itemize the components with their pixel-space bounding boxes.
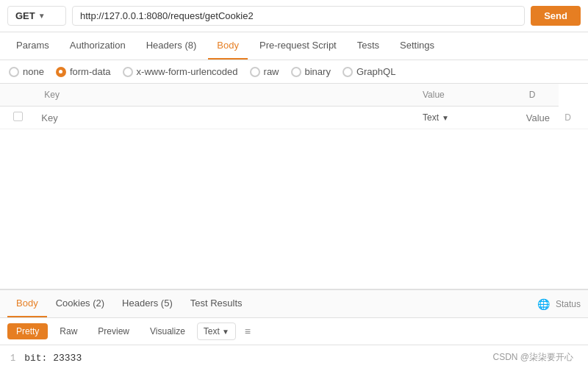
text-format-label: Text	[204, 326, 220, 336]
value-cell	[520, 107, 559, 129]
col-value-header: Value	[414, 84, 520, 107]
radio-binary[interactable]: binary	[291, 66, 331, 77]
radio-dot-form-data	[56, 67, 66, 77]
format-pretty-button[interactable]: Pretty	[7, 323, 48, 339]
type-label: Text	[423, 112, 439, 123]
format-visualize-button[interactable]: Visualize	[141, 323, 194, 339]
form-data-area: Key Value D Text ▼	[0, 84, 588, 289]
url-input[interactable]	[72, 6, 525, 26]
radio-urlencoded[interactable]: x-www-form-urlencoded	[123, 66, 238, 77]
radio-dot-graphql	[343, 67, 353, 77]
tab-settings[interactable]: Settings	[391, 32, 443, 60]
key-cell	[35, 107, 414, 129]
radio-label-form-data: form-data	[70, 66, 111, 77]
tab-authorization[interactable]: Authorization	[61, 32, 135, 60]
radio-dot-none	[9, 67, 19, 77]
type-chevron-icon: ▼	[442, 114, 449, 122]
rtab-test-results[interactable]: Test Results	[182, 290, 251, 317]
line-number: 1	[10, 353, 15, 364]
radio-dot-urlencoded	[123, 67, 133, 77]
watermark: CSDN @柒柒要开心	[492, 351, 573, 364]
format-raw-button[interactable]: Raw	[51, 323, 86, 339]
col-desc-header: D	[520, 84, 559, 107]
tab-body[interactable]: Body	[208, 32, 248, 60]
radio-label-raw: raw	[264, 66, 279, 77]
radio-form-data[interactable]: form-data	[56, 66, 111, 77]
key-input[interactable]	[41, 112, 408, 123]
response-tabs: Body Cookies (2) Headers (5) Test Result…	[0, 290, 588, 318]
radio-graphql[interactable]: GraphQL	[343, 66, 395, 77]
row-checkbox-cell	[0, 107, 35, 129]
type-cell: Text ▼	[414, 107, 520, 129]
globe-icon: 🌐	[537, 298, 550, 310]
radio-dot-raw	[250, 67, 260, 77]
tab-params[interactable]: Params	[7, 32, 58, 60]
radio-label-graphql: GraphQL	[356, 66, 395, 77]
rtab-body[interactable]: Body	[7, 290, 47, 317]
sort-icon[interactable]: ≡	[245, 325, 251, 337]
method-selector[interactable]: GET ▼	[7, 6, 66, 26]
radio-label-urlencoded: x-www-form-urlencoded	[137, 66, 238, 77]
url-bar: GET ▼ Send	[0, 0, 588, 32]
radio-none[interactable]: none	[9, 66, 44, 77]
format-chevron-icon: ▼	[222, 328, 229, 336]
tab-pre-request-script[interactable]: Pre-request Script	[251, 32, 345, 60]
tab-tests[interactable]: Tests	[348, 32, 388, 60]
type-select-button[interactable]: Text ▼	[420, 111, 452, 124]
main-container: GET ▼ Send Params Authorization Headers …	[0, 0, 588, 371]
request-tabs: Params Authorization Headers (8) Body Pr…	[0, 32, 588, 60]
radio-dot-binary	[291, 67, 301, 77]
method-chevron-icon: ▼	[38, 12, 46, 20]
response-format-bar: Pretty Raw Preview Visualize Text ▼ ≡	[0, 318, 588, 345]
col-checkbox	[0, 84, 35, 107]
status-label: Status	[556, 299, 581, 309]
tab-headers[interactable]: Headers (8)	[137, 32, 206, 60]
desc-cell: D	[559, 107, 588, 129]
text-format-selector[interactable]: Text ▼	[197, 323, 236, 340]
table-row: Text ▼ D	[0, 107, 588, 129]
rtab-headers[interactable]: Headers (5)	[113, 290, 182, 317]
response-line-content: bit: 23333	[24, 353, 82, 364]
radio-raw[interactable]: raw	[250, 66, 279, 77]
form-table: Key Value D Text ▼	[0, 84, 588, 129]
method-label: GET	[15, 10, 35, 21]
format-preview-button[interactable]: Preview	[89, 323, 138, 339]
row-checkbox[interactable]	[13, 112, 23, 121]
send-button[interactable]: Send	[531, 6, 581, 26]
response-right-area: 🌐 Status	[537, 298, 581, 310]
col-key-header: Key	[35, 84, 414, 107]
radio-label-binary: binary	[305, 66, 331, 77]
rtab-cookies[interactable]: Cookies (2)	[47, 290, 113, 317]
value-input[interactable]	[526, 112, 553, 123]
body-type-row: none form-data x-www-form-urlencoded raw…	[0, 60, 588, 84]
radio-label-none: none	[23, 66, 44, 77]
